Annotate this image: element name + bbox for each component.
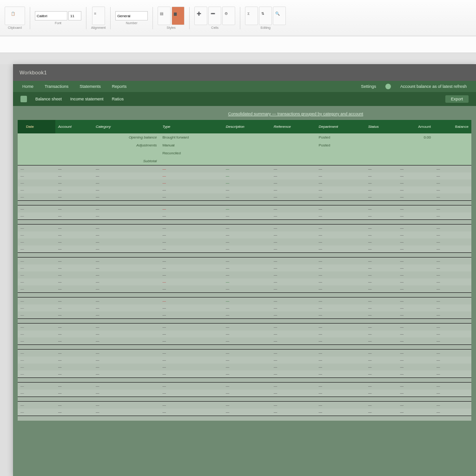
menu-statements[interactable]: Statements (79, 84, 101, 89)
table-cell: — (316, 186, 365, 193)
table-cell: — (159, 331, 223, 337)
table-cell: — (316, 324, 365, 331)
table-row[interactable]: —————————— (18, 364, 471, 370)
menu-home[interactable]: Home (22, 84, 33, 89)
table-row[interactable]: —————————— (18, 179, 471, 186)
table-cell: — (93, 311, 159, 319)
table-cell: — (434, 264, 471, 271)
tab-ratios[interactable]: Ratios (112, 97, 124, 101)
table-row[interactable]: —————————— (18, 264, 471, 271)
cell-style-button[interactable]: ▆ (172, 7, 185, 25)
export-button[interactable]: Export (445, 95, 469, 103)
col-amount[interactable]: Amount (397, 120, 434, 133)
menu-reports[interactable]: Reports (112, 84, 127, 89)
table-row[interactable]: —————————— (18, 186, 471, 193)
table-row[interactable]: —————————— (18, 402, 471, 409)
table-cell: — (316, 383, 365, 390)
cond-format-button[interactable]: ▤ (158, 7, 171, 25)
table-row[interactable]: —————————— (18, 225, 471, 232)
table-row[interactable]: —————————— (18, 212, 471, 220)
col-balance[interactable]: Balance (434, 120, 471, 133)
table-cell: — (55, 225, 93, 232)
col-status[interactable]: Status (365, 120, 397, 133)
user-icon[interactable] (385, 84, 391, 89)
summary-cell: Posted (316, 141, 365, 149)
summary-cell (223, 157, 271, 165)
paste-button[interactable]: 📋 (5, 7, 25, 25)
table-cell: — (434, 337, 471, 345)
formula-bar[interactable] (0, 36, 476, 53)
table-row[interactable]: —————————— (18, 311, 471, 319)
tab-income[interactable]: Income statement (70, 97, 104, 101)
table-row[interactable]: —————————— (18, 231, 471, 238)
tab-balance[interactable]: Balance sheet (35, 97, 62, 101)
table-row[interactable]: —————————— (18, 337, 471, 345)
font-name-input[interactable] (35, 11, 67, 20)
col-department[interactable]: Department (316, 120, 365, 133)
table-cell: — (223, 311, 271, 319)
table-row[interactable]: —————————— (18, 409, 471, 416)
table-row[interactable]: —————————— (18, 357, 471, 364)
table-cell: — (316, 165, 365, 173)
format-button[interactable]: ⚙ (222, 7, 235, 25)
table-cell: — (271, 285, 316, 293)
ribbon-separator (110, 7, 111, 29)
table-cell: — (159, 337, 223, 345)
table-row[interactable]: —————————— (18, 278, 471, 285)
table-cell: — (397, 205, 434, 213)
table-row[interactable]: —————————— (18, 298, 471, 305)
col-reference[interactable]: Reference (271, 120, 316, 133)
sort-button[interactable]: ⇅ (259, 7, 272, 25)
find-button[interactable]: 🔍 (273, 7, 286, 25)
table-row[interactable]: —————————— (18, 205, 471, 213)
col-type[interactable]: Type (159, 120, 223, 133)
table-row[interactable]: —————————— (18, 331, 471, 337)
table-cell: — (365, 357, 397, 364)
table-row[interactable]: —————————— (18, 258, 471, 265)
table-row[interactable]: —————————— (18, 304, 471, 311)
table-cell: — (223, 304, 271, 311)
number-format-input[interactable] (115, 11, 148, 20)
col-description[interactable]: Description (223, 120, 271, 133)
table-row[interactable]: —————————— (18, 193, 471, 201)
table-cell: — (271, 238, 316, 245)
table-row[interactable]: —————————— (18, 165, 471, 173)
ribbon-group-font: Font (33, 10, 83, 26)
table-cell: — (223, 165, 271, 173)
table-row[interactable]: —————————— (18, 324, 471, 331)
table-cell: — (271, 179, 316, 186)
col-account[interactable]: Account (55, 120, 93, 133)
table-row[interactable]: —————————— (18, 245, 471, 253)
table-row[interactable]: —————————— (18, 350, 471, 357)
table-cell: — (159, 172, 223, 179)
table-cell: — (223, 212, 271, 220)
table-row[interactable]: —————————— (18, 172, 471, 179)
table-row[interactable]: —————————— (18, 271, 471, 278)
insert-button[interactable]: ➕ (194, 7, 207, 25)
table-cell: — (397, 172, 434, 179)
table-cell: — (434, 311, 471, 319)
font-size-input[interactable] (68, 11, 81, 20)
table-row[interactable]: —————————— (18, 238, 471, 245)
table-cell: — (55, 205, 93, 213)
table-row[interactable]: —————————— (18, 390, 471, 397)
align-icon: ≡ (94, 12, 103, 20)
table-cell: — (93, 245, 159, 253)
table-cell: — (397, 231, 434, 238)
table-cell: — (93, 324, 159, 331)
menu-settings[interactable]: Settings (361, 84, 376, 89)
table-cell: — (18, 383, 55, 390)
table-cell: — (316, 390, 365, 397)
table-row[interactable]: —————————— (18, 285, 471, 293)
align-button[interactable]: ≡ (92, 7, 105, 25)
table-cell: — (159, 364, 223, 370)
autosum-button[interactable]: Σ (245, 7, 258, 25)
col-category[interactable]: Category (93, 120, 159, 133)
ribbon-group-alignment: ≡ Alignment (89, 6, 107, 30)
table-row[interactable]: —————————— (18, 383, 471, 390)
delete-button[interactable]: ➖ (208, 7, 221, 25)
menu-transactions[interactable]: Transactions (45, 84, 68, 89)
col-date[interactable]: Date (18, 120, 55, 133)
table-row[interactable]: —————————— (18, 370, 471, 378)
table-cell: — (55, 172, 93, 179)
